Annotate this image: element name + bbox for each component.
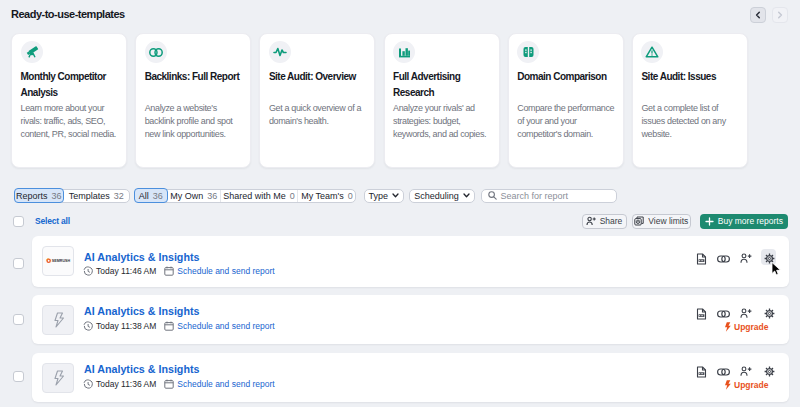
svg-text:SEMRUSH: SEMRUSH: [51, 258, 70, 263]
